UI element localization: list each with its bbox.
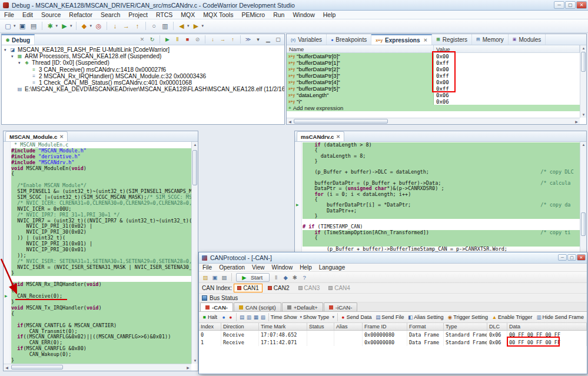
time-show-dropdown-label[interactable]: Time Show <box>271 314 297 320</box>
run-icon[interactable]: ▶ <box>59 21 69 31</box>
halt-button[interactable]: ■ <box>201 314 208 321</box>
code-line[interactable]: for (i = 0; i < dataLength; i++) <box>303 192 580 197</box>
code-line[interactable]: CAN_Receive(0); <box>11 294 191 300</box>
expression-row[interactable]: x+y"bufferDataPtr[3]"0xff <box>287 72 580 79</box>
step-into-icon[interactable]: ↓ <box>208 35 217 44</box>
statistics-icon[interactable]: ▧ <box>260 314 267 321</box>
scroll-left-icon[interactable]: ◀ <box>287 119 293 124</box>
tab-debug[interactable]: ◉ Debug <box>2 34 35 45</box>
code-line[interactable]: (p_Buffer + buffer)->BufferTimeStamp_CAN… <box>303 247 580 252</box>
tab-expressions[interactable]: x+yExpressions✕ <box>371 34 432 45</box>
expression-row[interactable]: x+y"dataLength"0x06 <box>287 92 580 98</box>
scroll-down-icon[interactable]: ▼ <box>580 112 587 118</box>
code-line[interactable]: NVIC_ISER = (NVIC_ISER_SETENA31_MASK | N… <box>11 265 191 271</box>
menu-file[interactable]: File <box>0 11 18 18</box>
debug-tree-item[interactable]: ≡2 MSCAN_Rx_IRQHandler() MSCAN_Module.c:… <box>2 73 284 79</box>
expander-icon[interactable]: ▾ <box>11 54 16 59</box>
scrollbar-thumb[interactable] <box>581 52 586 72</box>
can-channel-can3[interactable]: CAN3 <box>295 284 324 292</box>
close-button[interactable]: ✕ <box>576 1 587 9</box>
tab-breakpoints[interactable]: ●Breakpoints <box>327 34 371 45</box>
tab-mscandrv-c[interactable]: msCANdrv.c ✕ <box>297 131 344 141</box>
record-icon[interactable]: ● <box>227 314 234 321</box>
alias-setting-button[interactable]: ◧ <box>407 314 414 321</box>
step-over-icon[interactable]: → <box>218 35 227 44</box>
code-line[interactable]: void MSCAN_Tx_IRQHandler(void) <box>11 305 191 311</box>
code-line[interactable]: { <box>11 171 191 177</box>
code-line[interactable]: dataLength = 8; <box>303 154 580 159</box>
can-tab-can-script[interactable]: CAN (script) <box>234 302 281 311</box>
can-menu-file[interactable]: File <box>199 264 215 271</box>
column-header-value[interactable]: Value <box>434 45 580 52</box>
alias-setting-button-label[interactable]: Alias Setting <box>414 314 443 320</box>
clear-display-icon[interactable]: ● <box>220 314 227 321</box>
code-line[interactable]: NVIC_IP_PRI_30(0x01) <box>11 247 191 253</box>
column-header-status[interactable]: Status <box>307 323 334 330</box>
expression-row[interactable]: x+y"bufferDataPtr[0]"0x00 <box>287 53 580 59</box>
expression-row[interactable]: x+y"bufferDataPtr[1]"0xff <box>287 59 580 66</box>
open-icon[interactable]: ▨ <box>201 273 210 281</box>
view-menu-icon[interactable]: ▾ <box>254 35 263 44</box>
menu-run[interactable]: Run <box>269 11 288 18</box>
expander-icon[interactable]: ▾ <box>4 48 9 52</box>
can-menu-view[interactable]: View <box>248 264 268 271</box>
instruction-stepping-icon[interactable]: ≫ <box>244 35 253 44</box>
menu-refactor[interactable]: Refactor <box>65 11 97 18</box>
menu-search[interactable]: Search <box>97 11 124 18</box>
send-file-button-label[interactable]: Send File <box>381 314 404 320</box>
trigger-setting-button[interactable]: ◉ <box>446 314 453 321</box>
menu-help[interactable]: Help <box>319 11 340 18</box>
code-line[interactable]: { <box>303 235 580 241</box>
close-tab-icon[interactable]: ✕ <box>336 134 340 139</box>
code-line[interactable]: (p_Buffer + buffer)->DLC = dataLength; /… <box>303 169 580 175</box>
menu-mqx[interactable]: MQX <box>177 11 199 18</box>
hide-send-frame-button[interactable]: ▥ <box>536 314 543 321</box>
scroll-left-icon[interactable]: ◀ <box>4 365 10 370</box>
can-menu-language[interactable]: Language <box>315 264 349 271</box>
dropdown-arrow-icon[interactable]: ▾ <box>332 315 334 320</box>
code-line[interactable]: { <box>11 311 191 317</box>
expression-row[interactable]: x+y"bufferDataPtr[5]"0xff <box>287 85 580 92</box>
maximize-button[interactable]: ▢ <box>567 254 576 261</box>
menu-pemicro[interactable]: PEMicro <box>237 11 269 18</box>
column-header-time-mark[interactable]: Time Mark <box>259 323 307 330</box>
debug-tree-item[interactable]: ≡3 CAN_Receive() msCANdrv.c:1418 0x00002… <box>2 66 284 73</box>
code-line[interactable]: } <box>11 358 191 364</box>
code-line[interactable]: } <box>303 214 580 219</box>
forward-icon[interactable]: ▶ <box>191 21 201 31</box>
expressions-vertical-scrollbar[interactable]: ▲ ▼ <box>580 45 586 118</box>
close-tab-icon[interactable]: ✕ <box>424 38 428 43</box>
can-channel-can2[interactable]: CAN2 <box>264 284 293 292</box>
step-into-icon[interactable]: ↓ <box>110 21 120 31</box>
debug-icon[interactable]: ✱ <box>45 21 55 31</box>
debug-tree-item[interactable]: ▤E:\MSCAN_KEA_DEVD\MSCANKEADriver\MSCAN_… <box>2 86 284 92</box>
dropdown-arrow-icon[interactable]: ▾ <box>90 24 92 28</box>
expander-icon[interactable]: ▾ <box>18 61 24 65</box>
code-line[interactable]: DataPtr++; <box>303 208 580 214</box>
print-icon[interactable]: ▤ <box>220 273 228 281</box>
disconnect-icon[interactable]: ⊘ <box>193 35 202 44</box>
restart-icon[interactable]: ↻ <box>148 35 157 44</box>
code-line[interactable]: } <box>303 159 580 164</box>
new-icon[interactable]: ▢ <box>3 21 13 31</box>
expression-row[interactable]: x+y"i"0x06 <box>287 98 580 105</box>
tab-modules[interactable]: ▣Modules <box>509 34 546 45</box>
dropdown-arrow-icon[interactable]: ▾ <box>56 24 58 28</box>
column-header-frame-id[interactable]: Frame ID <box>363 323 407 330</box>
scroll-right-icon[interactable]: ▶ <box>185 365 191 370</box>
debug-tree-item[interactable]: ▾◈Thread [ID: 0x0] (Suspended) <box>2 59 284 66</box>
send-data-button-label[interactable]: Send Data <box>347 314 372 320</box>
step-return-icon[interactable]: ↑ <box>228 35 237 44</box>
menu-source[interactable]: Source <box>37 11 65 18</box>
scrollbar-thumb[interactable] <box>11 365 63 370</box>
pause-icon[interactable]: Ⅱ <box>272 273 280 281</box>
start-button[interactable]: ▶Start <box>236 273 270 282</box>
resume-icon[interactable]: ▶ <box>163 35 172 44</box>
halt-button-label[interactable]: Halt <box>208 314 217 320</box>
trigger-setting-button-label[interactable]: Trigger Setting <box>453 314 488 320</box>
table-row[interactable]: 0Receive17:07:48.6520x00000080Data Frame… <box>199 331 587 338</box>
tab-registers[interactable]: ▦Registers <box>432 34 472 45</box>
scroll-up-icon[interactable]: ▲ <box>580 142 587 148</box>
left-editor-horizontal-scrollbar[interactable]: ◀ ▶ <box>4 364 191 371</box>
column-header-format[interactable]: Format <box>407 323 444 330</box>
